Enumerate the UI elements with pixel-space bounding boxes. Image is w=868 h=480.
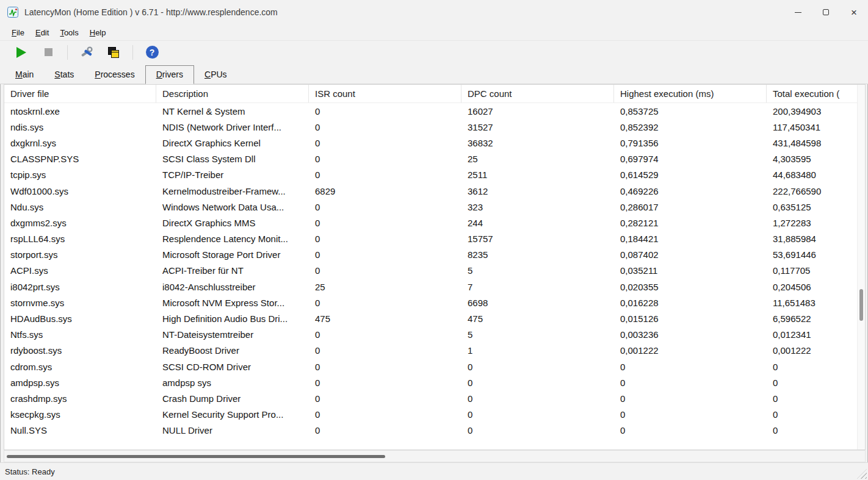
table-row[interactable]: i8042prt.sys i8042-Anschlusstreiber 25 7… xyxy=(4,279,865,295)
cell-total-execution: 0,001222 xyxy=(767,345,865,356)
cell-highest-execution: 0,852392 xyxy=(614,122,767,132)
tab[interactable]: Drivers xyxy=(145,65,194,84)
cell-description: Resplendence Latency Monit... xyxy=(156,234,309,244)
cell-total-execution: 117,450341 xyxy=(767,122,865,132)
cell-description: NULL Driver xyxy=(156,425,309,435)
status-bar: Status: Ready xyxy=(0,462,868,480)
cell-isr-count: 0 xyxy=(309,425,461,435)
cell-dpc-count: 8235 xyxy=(461,249,614,260)
vertical-scrollbar-thumb[interactable] xyxy=(859,289,863,321)
cell-driver-file: storport.sys xyxy=(4,249,156,260)
cell-total-execution: 53,691446 xyxy=(767,249,865,260)
cell-isr-count: 0 xyxy=(309,154,461,164)
column-header[interactable]: Highest execution (ms) xyxy=(614,85,767,102)
cell-isr-count: 0 xyxy=(309,265,461,276)
horizontal-scrollbar[interactable] xyxy=(4,450,866,462)
cell-description: Microsoft Storage Port Driver xyxy=(156,249,309,260)
table-row[interactable]: Wdf01000.sys Kernelmodustreiber-Framew..… xyxy=(4,183,865,199)
column-header[interactable]: Driver file xyxy=(4,85,156,102)
help-button[interactable]: ? xyxy=(144,45,160,60)
table-row[interactable]: crashdmp.sys Crash Dump Driver 0 0 0 0 xyxy=(4,390,865,406)
cell-highest-execution: 0 xyxy=(614,378,767,388)
table-row[interactable]: Null.SYS NULL Driver 0 0 0 0 xyxy=(4,423,865,439)
cell-driver-file: Ntfs.sys xyxy=(4,329,156,340)
toolbar-separator xyxy=(67,45,68,60)
resize-grip-icon[interactable] xyxy=(857,469,867,479)
play-icon xyxy=(16,47,26,58)
cell-isr-count: 0 xyxy=(309,122,461,132)
cell-dpc-count: 323 xyxy=(461,202,614,212)
column-header[interactable]: DPC count xyxy=(461,85,614,102)
menu-item[interactable]: Tools xyxy=(54,26,84,40)
cell-isr-count: 0 xyxy=(309,298,461,308)
table-row[interactable]: ndis.sys NDIS (Network Driver Interf... … xyxy=(4,119,865,135)
cell-isr-count: 0 xyxy=(309,170,461,180)
cell-dpc-count: 16027 xyxy=(461,106,614,116)
cell-total-execution: 222,766590 xyxy=(767,186,865,196)
table-row[interactable]: cdrom.sys SCSI CD-ROM Driver 0 0 0 0 xyxy=(4,359,865,374)
tab[interactable]: CPUs xyxy=(194,66,237,84)
tools-button[interactable] xyxy=(79,45,95,60)
table-row[interactable]: Ndu.sys Windows Network Data Usa... 0 32… xyxy=(4,199,865,215)
cell-total-execution: 0,204506 xyxy=(767,282,865,292)
maximize-icon[interactable] xyxy=(812,0,840,24)
menu-item[interactable]: Edit xyxy=(30,26,54,40)
horizontal-scrollbar-thumb[interactable] xyxy=(7,455,385,458)
vertical-scrollbar[interactable] xyxy=(857,85,865,450)
cell-driver-file: amdpsp.sys xyxy=(4,378,156,388)
table-row[interactable]: amdpsp.sys amdpsp sys 0 0 0 0 xyxy=(4,374,865,390)
table-row[interactable]: rspLLL64.sys Resplendence Latency Monit.… xyxy=(4,231,865,247)
cell-dpc-count: 0 xyxy=(461,409,614,420)
tab[interactable]: Stats xyxy=(44,66,84,84)
help-icon: ? xyxy=(146,46,159,59)
table-row[interactable]: ntoskrnl.exe NT Kernel & System 0 16027 … xyxy=(4,103,865,119)
cell-driver-file: Wdf01000.sys xyxy=(4,186,156,196)
cell-dpc-count: 31527 xyxy=(461,122,614,132)
cell-total-execution: 11,651483 xyxy=(767,298,865,308)
cell-highest-execution: 0,853725 xyxy=(614,106,767,116)
title-bar: LatencyMon (Home Edition ) v 6.71 - http… xyxy=(0,0,868,24)
cell-isr-count: 25 xyxy=(309,282,461,292)
table-row[interactable]: tcpip.sys TCP/IP-Treiber 0 2511 0,614529… xyxy=(4,167,865,183)
cell-highest-execution: 0,184421 xyxy=(614,234,767,244)
cell-highest-execution: 0,016228 xyxy=(614,298,767,308)
table-row[interactable]: stornvme.sys Microsoft NVM Express Stor.… xyxy=(4,295,865,310)
cell-highest-execution: 0,001222 xyxy=(614,345,767,356)
table-row[interactable]: storport.sys Microsoft Storage Port Driv… xyxy=(4,247,865,263)
tab[interactable]: Processes xyxy=(84,66,145,84)
cell-description: NDIS (Network Driver Interf... xyxy=(156,122,309,132)
cell-total-execution: 0,117705 xyxy=(767,265,865,276)
table-row[interactable]: dxgkrnl.sys DirectX Graphics Kernel 0 36… xyxy=(4,135,865,151)
minimize-icon[interactable] xyxy=(784,0,812,24)
cell-isr-count: 0 xyxy=(309,393,461,404)
cell-driver-file: stornvme.sys xyxy=(4,298,156,308)
cascade-windows-icon xyxy=(106,45,121,60)
table-row[interactable]: ksecpkg.sys Kernel Security Support Pro.… xyxy=(4,407,865,423)
table-row[interactable]: HDAudBus.sys High Definition Audio Bus D… xyxy=(4,310,865,326)
cell-description: SCSI Class System Dll xyxy=(156,154,309,164)
cell-driver-file: cdrom.sys xyxy=(4,362,156,372)
column-header[interactable]: Description xyxy=(156,85,309,102)
column-header[interactable]: ISR count xyxy=(309,85,461,102)
cell-dpc-count: 7 xyxy=(461,282,614,292)
cell-total-execution: 6,596522 xyxy=(767,313,865,324)
cell-highest-execution: 0,697974 xyxy=(614,154,767,164)
cell-highest-execution: 0,614529 xyxy=(614,170,767,180)
table-row[interactable]: CLASSPNP.SYS SCSI Class System Dll 0 25 … xyxy=(4,151,865,167)
menu-item[interactable]: File xyxy=(6,26,30,40)
stop-monitor-button[interactable] xyxy=(40,45,56,60)
table-row[interactable]: Ntfs.sys NT-Dateisystemtreiber 0 5 0,003… xyxy=(4,327,865,343)
cell-isr-count: 0 xyxy=(309,409,461,420)
tab[interactable]: Main xyxy=(5,66,44,84)
cell-description: DirectX Graphics MMS xyxy=(156,218,309,228)
column-header[interactable]: Total execution ( xyxy=(767,85,865,102)
close-icon[interactable]: × xyxy=(840,0,868,24)
menu-item[interactable]: Help xyxy=(84,26,112,40)
table-row[interactable]: dxgmms2.sys DirectX Graphics MMS 0 244 0… xyxy=(4,215,865,231)
start-monitor-button[interactable] xyxy=(13,45,29,60)
table-row[interactable]: ACPI.sys ACPI-Treiber für NT 0 5 0,03521… xyxy=(4,263,865,279)
table-row[interactable]: rdyboost.sys ReadyBoost Driver 0 1 0,001… xyxy=(4,343,865,359)
cell-description: Crash Dump Driver xyxy=(156,393,309,404)
cascade-windows-button[interactable] xyxy=(106,45,121,60)
cell-total-execution: 44,683480 xyxy=(767,170,865,180)
